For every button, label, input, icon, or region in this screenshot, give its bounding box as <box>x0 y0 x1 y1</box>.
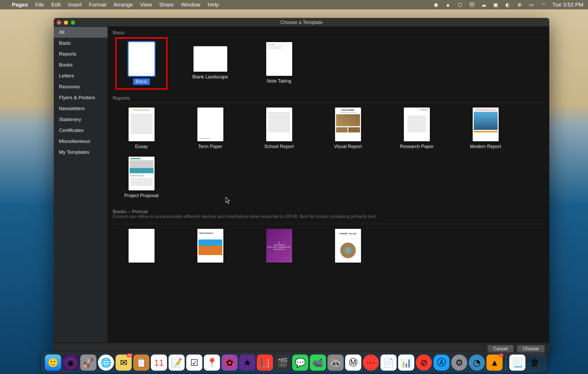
dock-doc[interactable]: 📃 <box>509 355 525 371</box>
dock-photos[interactable]: ✿ <box>222 355 238 371</box>
dock-numbers[interactable]: 📊 <box>398 355 414 371</box>
menu-format[interactable]: Format <box>89 2 106 8</box>
status-icon-8[interactable]: ⊕ <box>517 2 523 8</box>
template-school-report[interactable]: School Report <box>258 108 300 149</box>
dock-app-5[interactable]: ◔ <box>469 355 485 371</box>
section-header-reports: Reports <box>112 92 545 103</box>
status-icon-6[interactable]: ▣ <box>493 2 499 8</box>
status-icon-2[interactable]: ▲ <box>445 2 451 8</box>
dock-app-3[interactable]: ⋯ <box>363 355 379 371</box>
dock-maps[interactable]: 📍 <box>204 355 220 371</box>
dock-app-4[interactable]: ⊘ <box>416 355 432 371</box>
template-book-desert-thumb: Desert Dunes <box>197 229 223 263</box>
template-book-desert[interactable]: Desert Dunes <box>189 229 232 263</box>
window-title: Choose a Template <box>280 19 323 25</box>
wifi-icon[interactable]: ⌔ <box>540 2 547 8</box>
cloud-icon[interactable]: ☁ <box>481 2 487 8</box>
dock-settings[interactable]: ⚙ <box>451 355 467 371</box>
menu-help[interactable]: Help <box>208 2 219 8</box>
sidebar-item-flyers[interactable]: Flyers & Posters <box>54 92 108 103</box>
dock-notes[interactable]: 📝 <box>169 355 185 371</box>
sidebar-item-newsletters[interactable]: Newsletters <box>54 103 108 114</box>
template-school-report-label: School Report <box>264 144 294 149</box>
template-note-taking[interactable]: Note Taking <box>258 42 300 85</box>
menu-share[interactable]: Share <box>159 2 174 8</box>
sidebar-item-misc[interactable]: Miscellaneous <box>54 136 108 147</box>
template-book-tales[interactable]: THREE TALES <box>326 229 369 263</box>
sidebar-item-letters[interactable]: Letters <box>54 70 108 81</box>
dock-calendar[interactable]: 11 <box>151 355 167 371</box>
sidebar-item-basic[interactable]: Basic <box>54 38 108 49</box>
sidebar-item-certificates[interactable]: Certificates <box>54 125 108 136</box>
sidebar-item-mytemplates[interactable]: My Templates <box>54 147 108 158</box>
dock-facetime[interactable]: 📹 <box>310 355 326 371</box>
content-area[interactable]: Basic Blank Blank Landscape <box>108 27 549 343</box>
minimize-button[interactable] <box>64 21 68 25</box>
dock-app-1[interactable]: 📋 <box>133 355 149 371</box>
dock-textedit[interactable]: 📄 <box>380 355 397 371</box>
close-button[interactable] <box>57 21 61 25</box>
dock-launchpad[interactable]: 🚀 <box>80 355 96 371</box>
template-visual-report-thumb: African Wildlife Lorem ipsum dolor sit a… <box>335 108 361 141</box>
sidebar-item-all[interactable]: All <box>54 27 108 38</box>
menubar-clock[interactable]: Tue 3:52 PM <box>552 2 583 8</box>
template-term-paper[interactable]: Term Paper <box>189 108 232 149</box>
sidebar-item-books[interactable]: Books <box>54 59 108 70</box>
template-blank-landscape[interactable]: Blank Landscape <box>189 42 232 85</box>
dock-trash[interactable]: 🗑 <box>527 355 543 371</box>
dock-vlc[interactable]: ▲1 <box>486 355 503 371</box>
template-essay-label: Essay <box>135 144 148 149</box>
menu-edit[interactable]: Edit <box>51 2 61 8</box>
choose-button[interactable]: Choose <box>517 345 545 353</box>
cancel-button[interactable]: Cancel <box>487 345 513 353</box>
essay-mock-title: Geology 101 Report <box>130 109 153 111</box>
status-icon-1[interactable]: ◉ <box>433 2 439 8</box>
template-term-paper-thumb <box>197 108 223 141</box>
dock-app-2[interactable]: 🦝 <box>328 355 344 371</box>
chem-sub: URNA SEMPER <box>273 244 285 246</box>
menu-insert[interactable]: Insert <box>68 2 82 8</box>
template-blank[interactable]: Blank <box>120 42 163 85</box>
template-blank-landscape-label: Blank Landscape <box>192 74 228 80</box>
zoom-button[interactable] <box>71 21 75 25</box>
dock-reminders[interactable]: ☑ <box>186 355 202 371</box>
dropbox-icon[interactable]: ⬡ <box>457 2 463 8</box>
template-term-paper-label: Term Paper <box>198 144 222 149</box>
menu-view[interactable]: View <box>140 2 152 8</box>
titlebar[interactable]: Choose a Template <box>54 18 549 27</box>
dock-siri[interactable]: ◉ <box>63 355 79 371</box>
display-icon[interactable]: ▭ <box>529 2 535 8</box>
window-controls <box>57 21 75 25</box>
dock-clapper[interactable]: 🎬 <box>275 355 291 371</box>
template-research-paper[interactable]: Research Paper <box>395 108 438 149</box>
template-project-proposal[interactable]: Project Proposal Project Proposal <box>120 157 163 198</box>
status-icon-7[interactable]: ◐ <box>505 2 511 8</box>
sidebar-item-resumes[interactable]: Resumes <box>54 81 108 92</box>
dock-chrome[interactable]: 🌐 <box>98 355 114 371</box>
template-modern-report[interactable]: International Modern Architecture Modern… <box>464 108 507 149</box>
dock-appstore[interactable]: Ⓐ <box>433 355 450 371</box>
window-body: All Basic Reports Books Letters Resumes … <box>54 27 549 343</box>
dock-pdf[interactable]: 📕 <box>257 355 273 371</box>
template-book-blank[interactable] <box>120 229 163 263</box>
menu-file[interactable]: File <box>35 2 44 8</box>
dock-malware[interactable]: Ⓜ <box>345 355 361 371</box>
dock-mail[interactable]: ✉42 <box>116 355 132 371</box>
dock-imovie[interactable]: ★ <box>239 355 255 371</box>
template-book-blank-thumb <box>129 229 155 263</box>
dock-finder[interactable]: 🙂 <box>45 355 61 371</box>
tales-mock-title: THREE TALES <box>336 232 360 235</box>
menu-window[interactable]: Window <box>181 2 201 8</box>
template-visual-report[interactable]: African Wildlife Lorem ipsum dolor sit a… <box>326 108 369 149</box>
template-book-chemistry[interactable]: ✕ URNA SEMPER APPLIED CHEMISTRY FIRST ED… <box>258 229 300 263</box>
sidebar-item-reports[interactable]: Reports <box>54 49 108 59</box>
chem-ed: FIRST EDITION <box>273 249 285 250</box>
dock-separator <box>506 355 506 370</box>
template-essay[interactable]: Geology 101 Report Essay <box>120 108 163 149</box>
menu-arrange[interactable]: Arrange <box>113 2 133 8</box>
dock-messages[interactable]: 💬 <box>292 355 308 371</box>
menubar-app[interactable]: Pages <box>12 2 28 8</box>
grid-basic: Blank Blank Landscape <box>112 42 545 92</box>
sidebar-item-stationery[interactable]: Stationery <box>54 114 108 125</box>
status-icon-4[interactable]: ⓜ <box>469 2 475 8</box>
